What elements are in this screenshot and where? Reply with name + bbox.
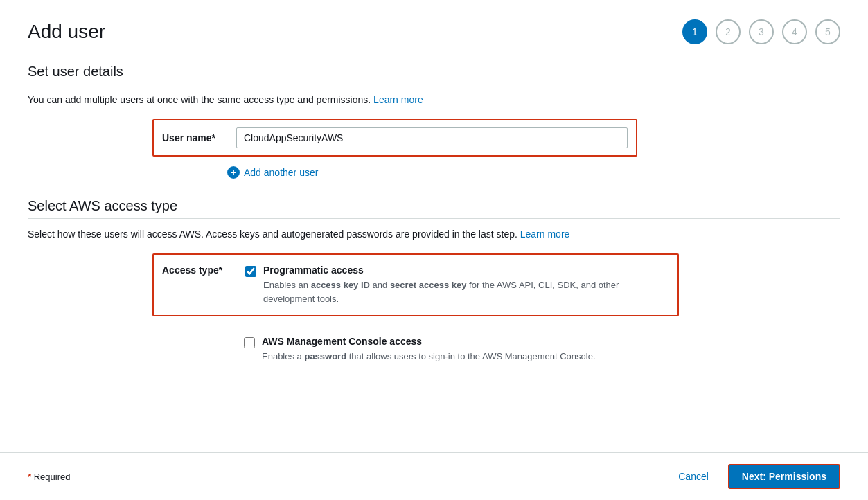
access-type-title: Select AWS access type xyxy=(28,198,840,214)
set-user-details-section: Set user details You can add multiple us… xyxy=(28,64,840,179)
section-divider-2 xyxy=(28,218,840,219)
required-note: * Required xyxy=(28,472,70,482)
programmatic-access-box: Access type* Programmatic access Enables… xyxy=(152,253,679,316)
step-3: 3 xyxy=(749,19,774,44)
user-name-box: User name* xyxy=(152,119,637,157)
access-type-label: Access type* xyxy=(162,265,238,276)
section-divider-1 xyxy=(28,84,840,84)
set-user-details-description: You can add multiple users at once with … xyxy=(28,94,840,105)
programmatic-access-title: Programmatic access xyxy=(263,265,666,276)
step-5: 5 xyxy=(815,19,840,44)
add-another-user-link[interactable]: + Add another user xyxy=(227,166,318,179)
console-access-spacer xyxy=(161,336,237,347)
console-access-row: AWS Management Console access Enables a … xyxy=(152,326,679,373)
step-4: 4 xyxy=(782,19,807,44)
programmatic-access-checkbox-col xyxy=(245,265,256,277)
access-type-section: Select AWS access type Select how these … xyxy=(28,198,840,373)
user-name-section: User name* + Add another user xyxy=(28,119,840,179)
programmatic-access-checkbox[interactable] xyxy=(245,266,256,277)
programmatic-access-option: Programmatic access Enables an access ke… xyxy=(263,265,666,305)
user-details-learn-more-link[interactable]: Learn more xyxy=(373,94,423,105)
programmatic-access-desc: Enables an access key ID and secret acce… xyxy=(263,278,666,305)
access-type-learn-more-link[interactable]: Learn more xyxy=(520,229,570,240)
user-name-input[interactable] xyxy=(236,127,628,148)
footer-buttons: Cancel Next: Permissions xyxy=(667,464,840,489)
step-2: 2 xyxy=(716,19,741,44)
required-star: * xyxy=(28,472,31,482)
cancel-button[interactable]: Cancel xyxy=(667,465,720,488)
console-access-checkbox[interactable] xyxy=(244,337,255,348)
console-access-checkbox-col xyxy=(244,336,255,348)
user-name-label: User name* xyxy=(162,132,228,143)
console-access-option: AWS Management Console access Enables a … xyxy=(262,336,596,364)
footer: * Required Cancel Next: Permissions xyxy=(0,452,868,500)
page-title: Add user xyxy=(28,21,105,43)
step-indicators: 1 2 3 4 5 xyxy=(682,19,840,44)
console-access-title: AWS Management Console access xyxy=(262,336,596,347)
access-type-content: Access type* Programmatic access Enables… xyxy=(28,253,840,373)
add-another-user-label: Add another user xyxy=(244,167,318,178)
programmatic-access-row: Access type* Programmatic access Enables… xyxy=(162,265,666,305)
set-user-details-title: Set user details xyxy=(28,64,840,80)
console-access-desc: Enables a password that allows users to … xyxy=(262,350,596,364)
access-type-description: Select how these users will access AWS. … xyxy=(28,229,840,240)
page-header: Add user 1 2 3 4 5 xyxy=(28,19,840,44)
next-permissions-button[interactable]: Next: Permissions xyxy=(728,464,840,489)
step-1: 1 xyxy=(682,19,707,44)
plus-circle-icon: + xyxy=(227,166,240,179)
